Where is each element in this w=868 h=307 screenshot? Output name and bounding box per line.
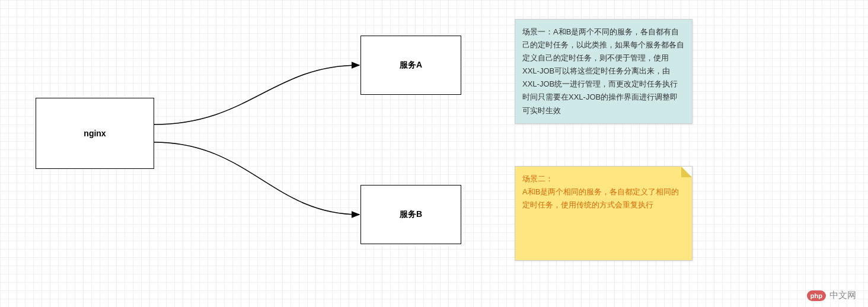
node-nginx[interactable]: nginx (36, 98, 154, 169)
note-scenario-2-body: A和B是两个相同的服务，各自都定义了相同的定时任务，使用传统的方式会重复执行 (522, 186, 685, 212)
note-scenario-1[interactable]: 场景一：A和B是两个不同的服务，各自都有自己的定时任务，以此类推，如果每个服务都… (515, 19, 693, 124)
node-service-a[interactable]: 服务A (360, 36, 461, 95)
watermark-badge: php (807, 290, 826, 301)
note-scenario-2-title: 场景二： (522, 172, 685, 186)
node-nginx-label: nginx (84, 129, 106, 138)
note-scenario-1-text: 场景一：A和B是两个不同的服务，各自都有自己的定时任务，以此类推，如果每个服务都… (522, 27, 684, 115)
node-service-b-label: 服务B (400, 209, 422, 220)
watermark-text: 中文网 (829, 290, 856, 301)
watermark: php 中文网 (807, 290, 856, 301)
node-service-a-label: 服务A (400, 60, 422, 71)
node-service-b[interactable]: 服务B (360, 185, 461, 244)
note-scenario-2[interactable]: 场景二： A和B是两个相同的服务，各自都定义了相同的定时任务，使用传统的方式会重… (515, 166, 693, 261)
